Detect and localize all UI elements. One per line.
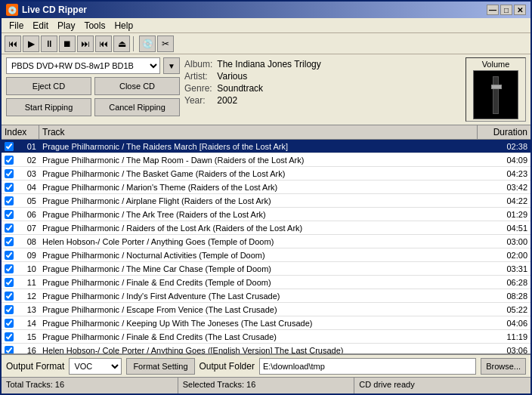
track-name-15: Helen Hobson-/ Cole Porter / Anything Go…: [39, 346, 493, 354]
output-format-label: Output Format: [6, 361, 64, 372]
table-row[interactable]: 16 Helen Hobson-/ Cole Porter / Anything…: [2, 344, 530, 353]
drive-dropdown-button[interactable]: ▼: [163, 57, 180, 74]
track-index-7: 08: [17, 237, 39, 246]
track-checkbox-15[interactable]: [2, 346, 17, 354]
track-list-header: Index Track Duration: [2, 125, 530, 140]
format-setting-button[interactable]: Format Setting: [126, 358, 194, 375]
output-path-input[interactable]: [259, 358, 476, 375]
track-checkbox-3[interactable]: [2, 183, 17, 192]
volume-track: [493, 76, 499, 114]
table-row[interactable]: 08 Helen Hobson-/ Cole Porter / Anything…: [2, 235, 530, 248]
minimize-button[interactable]: —: [487, 5, 499, 15]
track-checkbox-4[interactable]: [2, 196, 17, 205]
table-row[interactable]: 11 Prague Philharmonic / Finale & End Cr…: [2, 276, 530, 289]
toolbar-separator: [133, 36, 136, 51]
track-checkbox-11[interactable]: [2, 292, 17, 301]
track-index-2: 03: [17, 169, 39, 178]
col-duration-header: Duration: [478, 125, 530, 139]
output-folder-label: Output Folder: [200, 361, 255, 372]
track-duration-13: 04:06: [493, 319, 530, 328]
table-row[interactable]: 04 Prague Philharmonic / Marion's Theme …: [2, 181, 530, 194]
track-name-4: Prague Philharmonic / Airplane Flight (R…: [39, 196, 493, 205]
menu-file[interactable]: File: [5, 20, 28, 31]
table-row[interactable]: 15 Prague Philharmonic / Finale & End Cr…: [2, 330, 530, 344]
track-checkbox-0[interactable]: [2, 142, 17, 151]
main-window: 💿 Live CD Ripper — □ ✕ File Edit Play To…: [0, 0, 532, 395]
maximize-button[interactable]: □: [500, 5, 512, 15]
track-index-0: 01: [17, 142, 39, 151]
output-format-select[interactable]: VOC: [69, 358, 122, 375]
track-name-11: Prague Philharmonic / Indy's First Adven…: [39, 292, 493, 301]
rip-cancel-row: Start Ripping Cancel Ripping: [6, 98, 180, 116]
track-index-10: 11: [17, 278, 39, 287]
track-duration-7: 03:00: [493, 237, 530, 246]
track-checkbox-5[interactable]: [2, 210, 17, 219]
track-duration-8: 02:00: [493, 251, 530, 260]
table-row[interactable]: 07 Prague Philharmonic / Raiders of the …: [2, 221, 530, 235]
volume-slider-area[interactable]: [474, 71, 518, 119]
drive-select-row: PBDS DVD+RW DS-8w1P BD1B ▼: [6, 57, 180, 74]
play-button[interactable]: ▶: [23, 35, 39, 52]
toolbar: ⏮ ▶ ⏸ ⏹ ⏭ ⏮ ⏏ 💿 ✂: [2, 33, 530, 54]
left-controls: PBDS DVD+RW DS-8w1P BD1B ▼ Eject CD Clos…: [6, 57, 180, 122]
close-cd-button[interactable]: Close CD: [94, 77, 180, 95]
track-index-11: 12: [17, 292, 39, 301]
artist-label: Artist:: [184, 71, 212, 82]
table-row[interactable]: 03 Prague Philharmonic / The Basket Game…: [2, 167, 530, 181]
track-name-14: Prague Philharmonic / Finale & End Credi…: [39, 332, 493, 341]
total-tracks-status: Total Tracks: 16: [2, 378, 178, 393]
settings-button[interactable]: ✂: [157, 35, 174, 52]
track-duration-9: 03:31: [493, 264, 530, 273]
track-duration-6: 04:51: [493, 224, 530, 233]
track-name-3: Prague Philharmonic / Marion's Theme (Ra…: [39, 183, 493, 192]
track-checkbox-13[interactable]: [2, 319, 17, 328]
table-row[interactable]: 01 Prague Philharmonic / The Raiders Mar…: [2, 140, 530, 153]
track-checkbox-1[interactable]: [2, 156, 17, 165]
stop-button[interactable]: ⏹: [59, 35, 76, 52]
menu-play[interactable]: Play: [53, 20, 79, 31]
track-duration-1: 04:09: [493, 156, 530, 165]
menu-edit[interactable]: Edit: [28, 20, 53, 31]
table-row[interactable]: 10 Prague Philharmonic / The Mine Car Ch…: [2, 262, 530, 276]
menu-help[interactable]: Help: [110, 20, 138, 31]
cd-button[interactable]: 💿: [139, 35, 156, 52]
cancel-ripping-button[interactable]: Cancel Ripping: [94, 98, 180, 116]
track-checkbox-7[interactable]: [2, 237, 17, 246]
drive-select[interactable]: PBDS DVD+RW DS-8w1P BD1B: [6, 57, 160, 74]
track-checkbox-6[interactable]: [2, 224, 17, 233]
table-row[interactable]: 14 Prague Philharmonic / Keeping Up With…: [2, 316, 530, 330]
table-row[interactable]: 02 Prague Philharmonic / The Map Room - …: [2, 153, 530, 167]
pause-button[interactable]: ⏸: [41, 35, 57, 52]
info-controls: PBDS DVD+RW DS-8w1P BD1B ▼ Eject CD Clos…: [2, 54, 530, 125]
track-checkbox-2[interactable]: [2, 169, 17, 178]
track-name-12: Prague Philharmonic / Escape From Venice…: [39, 305, 493, 314]
volume-handle[interactable]: [491, 85, 502, 89]
track-checkbox-14[interactable]: [2, 332, 17, 341]
track-index-4: 05: [17, 196, 39, 205]
track-duration-12: 05:22: [493, 305, 530, 314]
table-row[interactable]: 12 Prague Philharmonic / Indy's First Ad…: [2, 289, 530, 303]
menu-tools[interactable]: Tools: [79, 20, 110, 31]
browse-button[interactable]: Browse...: [481, 358, 526, 375]
track-checkbox-10[interactable]: [2, 278, 17, 287]
track-name-1: Prague Philharmonic / The Map Room - Daw…: [39, 156, 493, 165]
track-checkbox-9[interactable]: [2, 264, 17, 273]
close-button[interactable]: ✕: [514, 5, 526, 15]
start-ripping-button[interactable]: Start Ripping: [6, 98, 91, 116]
fast-forward-button[interactable]: ⏭: [77, 35, 94, 52]
eject-cd-button[interactable]: Eject CD: [6, 77, 91, 95]
track-checkbox-8[interactable]: [2, 251, 17, 260]
track-duration-14: 11:19: [493, 332, 530, 341]
track-duration-4: 04:22: [493, 196, 530, 205]
table-row[interactable]: 06 Prague Philharmonic / The Ark Tree (R…: [2, 208, 530, 221]
track-duration-0: 02:38: [493, 142, 530, 151]
table-row[interactable]: 09 Prague Philharmonic / Nocturnal Activ…: [2, 248, 530, 262]
window-title: Live CD Ripper: [22, 5, 87, 15]
eject-toolbar-button[interactable]: ⏏: [113, 35, 130, 52]
table-row[interactable]: 05 Prague Philharmonic / Airplane Flight…: [2, 194, 530, 208]
track-name-2: Prague Philharmonic / The Basket Game (R…: [39, 169, 493, 178]
track-checkbox-12[interactable]: [2, 305, 17, 314]
skip-back-button[interactable]: ⏮: [5, 35, 21, 52]
table-row[interactable]: 13 Prague Philharmonic / Escape From Ven…: [2, 303, 530, 316]
rewind-button[interactable]: ⏮: [95, 35, 112, 52]
